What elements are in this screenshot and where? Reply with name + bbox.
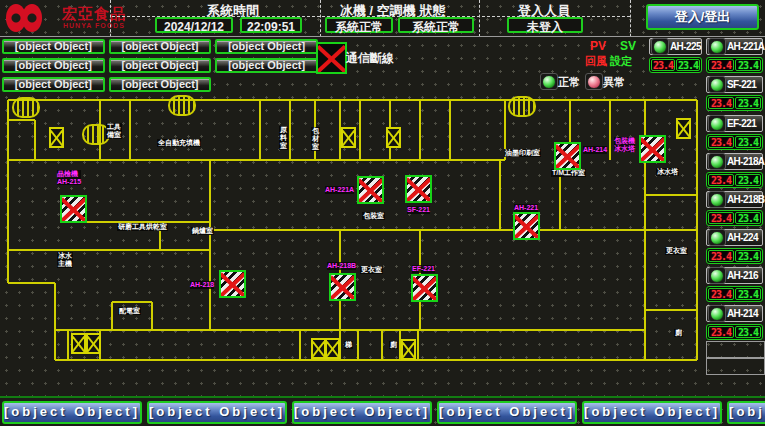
shaft-x-icon — [386, 127, 401, 148]
device-label: AH-214 — [583, 146, 607, 154]
unit-status-led — [708, 38, 726, 55]
device-label: SF-221 — [407, 206, 430, 214]
unit-block[interactable]: AH-218B 23.4 23.4 — [706, 191, 763, 226]
room-label: 梯 — [344, 341, 353, 349]
unit-name: AH-224 — [727, 232, 758, 243]
offline-equipment-icon[interactable] — [405, 175, 432, 203]
unit-sv-value: 23.4 — [735, 212, 761, 224]
room-label: 冰水 主機 — [57, 252, 73, 268]
nav-button[interactable]: [object Object] — [437, 401, 577, 424]
unit-pv-value: 23.4 — [708, 250, 734, 262]
room-label: 更衣室 — [665, 247, 688, 255]
device-label: 品檢機 AH-215 — [57, 170, 81, 185]
unit-name: AH-218A — [727, 156, 764, 167]
unit-pv-value: 23.4 — [708, 212, 734, 224]
unit-pv-value: 23.4 — [708, 174, 734, 186]
shaft-x-icon — [49, 127, 64, 148]
shaft-x-icon — [71, 333, 86, 354]
room-label: 廁 — [389, 341, 398, 349]
unit-status-led — [708, 115, 726, 132]
device-label: AH-218 — [190, 281, 214, 289]
unit-status-led — [708, 229, 726, 246]
unit-status-led — [708, 267, 726, 284]
unit-block[interactable]: EF-221 23.4 23.4 — [706, 115, 763, 150]
unit-name: AH-214 — [727, 308, 758, 319]
room-label: 包 材 室 — [311, 127, 320, 151]
unit-pv-value: 23.4 — [708, 97, 734, 109]
unit-status-led — [708, 76, 726, 93]
unit-sv-value: 23.4 — [676, 59, 700, 71]
device-label: AH-221 — [514, 204, 538, 212]
unit-block[interactable]: AH-214 23.4 23.4 — [706, 305, 763, 340]
shaft-x-icon — [341, 127, 356, 148]
offline-equipment-icon[interactable] — [554, 142, 581, 170]
room-label: 鍋爐室 — [191, 227, 214, 235]
room-label: 更衣室 — [360, 266, 383, 274]
room-label: 油墨印刷室 — [504, 149, 541, 157]
room-label: 冰水塔 — [656, 168, 679, 176]
hmi-screen: { "header": { "brand": "宏亞食品", "brand_en… — [0, 0, 765, 426]
device-label: AH-221A — [325, 186, 354, 194]
unit-name: AH-218B — [727, 194, 764, 205]
room-label: T/M工作室 — [551, 169, 586, 177]
empty-unit-slot — [706, 341, 765, 358]
unit-sv-value: 23.4 — [735, 250, 761, 262]
offline-equipment-icon[interactable] — [639, 135, 666, 163]
unit-block[interactable]: AH-216 23.4 23.4 — [706, 267, 763, 302]
unit-block-ah225[interactable]: AH-225 23.4 23.4 — [649, 38, 702, 73]
stairs-icon — [168, 95, 196, 116]
offline-equipment-icon[interactable] — [329, 273, 356, 301]
unit-sv-value: 23.4 — [735, 288, 761, 300]
unit-name: AH-225 — [670, 41, 701, 52]
shaft-x-icon — [86, 333, 101, 354]
offline-equipment-icon[interactable] — [513, 212, 540, 240]
room-label: 原 料 室 — [279, 126, 288, 150]
room-label: 配電室 — [118, 307, 141, 315]
unit-sv-value: 23.4 — [735, 59, 761, 71]
shaft-x-icon — [401, 339, 416, 360]
offline-equipment-icon[interactable] — [60, 195, 87, 223]
nav-button[interactable]: [object Object] — [727, 401, 765, 424]
nav-button[interactable]: [object Object] — [292, 401, 432, 424]
unit-status-led — [708, 191, 726, 208]
empty-unit-slot — [706, 358, 765, 375]
footer-divider — [0, 396, 765, 398]
unit-status-led — [651, 38, 669, 55]
unit-block[interactable]: AH-224 23.4 23.4 — [706, 229, 763, 264]
unit-pv-value: 23.4 — [708, 59, 734, 71]
unit-status-led — [708, 153, 726, 170]
unit-pv-value: 23.4 — [708, 136, 734, 148]
offline-equipment-icon[interactable] — [219, 270, 246, 298]
unit-sv-value: 23.4 — [735, 326, 761, 338]
nav-button[interactable]: [object Object] — [2, 401, 142, 424]
offline-equipment-icon[interactable] — [411, 274, 438, 302]
unit-pv-value: 23.4 — [708, 326, 734, 338]
footer-nav: [object Object] [object Object] [object … — [0, 401, 765, 424]
unit-name: AH-221A — [727, 41, 764, 52]
stairs-icon — [12, 97, 40, 118]
nav-button[interactable]: [object Object] — [582, 401, 722, 424]
unit-name: AH-216 — [727, 270, 758, 281]
room-label: 全自動充填機 — [157, 139, 201, 147]
stairs-icon — [508, 96, 536, 117]
unit-name: EF-221 — [727, 118, 756, 129]
unit-status-led — [708, 305, 726, 322]
shaft-x-icon — [311, 338, 326, 359]
room-label: 廁 — [674, 329, 683, 337]
room-label: 包裝室 — [362, 212, 385, 220]
unit-pv-value: 23.4 — [651, 59, 675, 71]
device-label: EF-221 — [412, 265, 435, 273]
shaft-x-icon — [325, 338, 340, 359]
unit-sv-value: 23.4 — [735, 174, 761, 186]
unit-block[interactable]: AH-221A 23.4 23.4 — [706, 38, 763, 73]
device-label: AH-218B — [327, 262, 356, 270]
room-label: 研磨工具烘乾室 — [117, 223, 168, 231]
device-label: 包裝機 冰水塔 — [614, 137, 635, 152]
offline-equipment-icon[interactable] — [357, 176, 384, 204]
unit-sv-value: 23.4 — [735, 97, 761, 109]
room-label: 工具 備室 — [106, 123, 122, 139]
unit-name: SF-221 — [727, 79, 756, 90]
unit-block[interactable]: SF-221 23.4 23.4 — [706, 76, 763, 111]
nav-button[interactable]: [object Object] — [147, 401, 287, 424]
unit-block[interactable]: AH-218A 23.4 23.4 — [706, 153, 763, 188]
